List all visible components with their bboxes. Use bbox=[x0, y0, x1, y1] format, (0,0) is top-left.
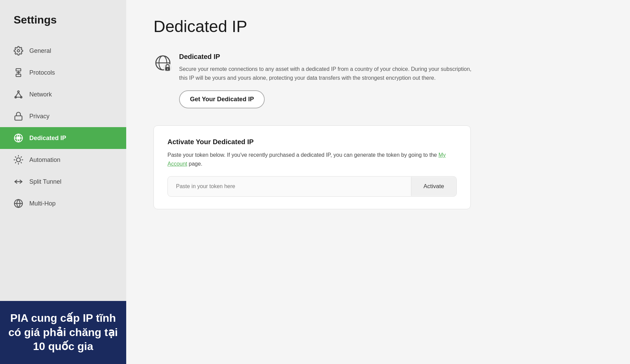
token-input[interactable] bbox=[168, 177, 411, 196]
sidebar-item-multi-hop-label: Multi-Hop bbox=[29, 200, 56, 207]
sidebar-item-dedicated-ip-label: Dedicated IP bbox=[29, 135, 66, 142]
protocols-icon bbox=[14, 68, 23, 77]
sidebar-item-split-tunnel[interactable]: Split Tunnel bbox=[0, 171, 126, 193]
sidebar-title: Settings bbox=[0, 14, 126, 40]
network-icon bbox=[14, 90, 23, 99]
activate-heading: Activate Your Dedicated IP bbox=[167, 138, 457, 146]
get-dedicated-ip-button[interactable]: Get Your Dedicated IP bbox=[179, 90, 265, 108]
sidebar-item-general[interactable]: General bbox=[0, 40, 126, 62]
sidebar-item-automation[interactable]: Automation bbox=[0, 149, 126, 171]
dedicated-ip-content: Dedicated IP Secure your remote connecti… bbox=[179, 53, 603, 108]
automation-icon bbox=[14, 155, 23, 165]
sidebar-item-protocols[interactable]: Protocols bbox=[0, 62, 126, 84]
svg-line-23 bbox=[21, 157, 21, 157]
split-tunnel-icon bbox=[14, 177, 23, 186]
sidebar: Settings General Protocols bbox=[0, 0, 126, 364]
svg-line-8 bbox=[16, 92, 18, 96]
activate-description-after: page. bbox=[187, 161, 202, 167]
lock-icon bbox=[14, 111, 23, 121]
dedicated-ip-heading: Dedicated IP bbox=[179, 53, 603, 61]
sidebar-item-network-label: Network bbox=[29, 91, 52, 98]
activate-section: Activate Your Dedicated IP Paste your to… bbox=[153, 125, 471, 209]
dedicated-ip-info-section: Dedicated IP Secure your remote connecti… bbox=[153, 53, 603, 108]
sidebar-item-dedicated-ip[interactable]: Dedicated IP bbox=[0, 127, 126, 149]
svg-line-19 bbox=[21, 162, 21, 163]
svg-rect-11 bbox=[15, 116, 22, 120]
svg-point-14 bbox=[17, 137, 20, 139]
token-input-row: Activate bbox=[167, 176, 457, 197]
sidebar-item-protocols-label: Protocols bbox=[29, 69, 55, 76]
dedicated-ip-globe-icon bbox=[153, 54, 172, 72]
sidebar-item-privacy-label: Privacy bbox=[29, 113, 49, 120]
svg-point-32 bbox=[167, 69, 168, 70]
activate-description: Paste your token below. If you've recent… bbox=[167, 151, 457, 168]
activate-description-before: Paste your token below. If you've recent… bbox=[167, 152, 438, 158]
sidebar-item-automation-label: Automation bbox=[29, 156, 60, 164]
sidebar-item-general-label: General bbox=[29, 47, 51, 55]
dedicated-ip-description: Secure your remote connections to any as… bbox=[179, 65, 472, 82]
dedicated-ip-icon bbox=[14, 133, 23, 143]
svg-line-18 bbox=[15, 157, 16, 157]
multi-hop-icon bbox=[14, 199, 23, 208]
gear-icon bbox=[14, 46, 23, 56]
banner-text: PIA cung cấp IP tĩnh có giá phải chăng t… bbox=[9, 312, 118, 352]
main-content: Dedicated IP Dedicated IP Secure your re… bbox=[126, 0, 630, 364]
sidebar-item-split-tunnel-label: Split Tunnel bbox=[29, 178, 61, 185]
sidebar-nav: General Protocols bbox=[0, 40, 126, 301]
svg-point-15 bbox=[16, 158, 20, 162]
sidebar-item-multi-hop[interactable]: Multi-Hop bbox=[0, 193, 126, 214]
sidebar-item-privacy[interactable]: Privacy bbox=[0, 105, 126, 127]
svg-line-22 bbox=[15, 162, 16, 163]
svg-line-9 bbox=[18, 92, 21, 96]
activate-button[interactable]: Activate bbox=[411, 177, 456, 196]
bottom-banner: PIA cung cấp IP tĩnh có giá phải chăng t… bbox=[0, 301, 126, 364]
sidebar-item-network[interactable]: Network bbox=[0, 84, 126, 105]
svg-point-0 bbox=[17, 50, 20, 52]
page-title: Dedicated IP bbox=[153, 17, 603, 36]
